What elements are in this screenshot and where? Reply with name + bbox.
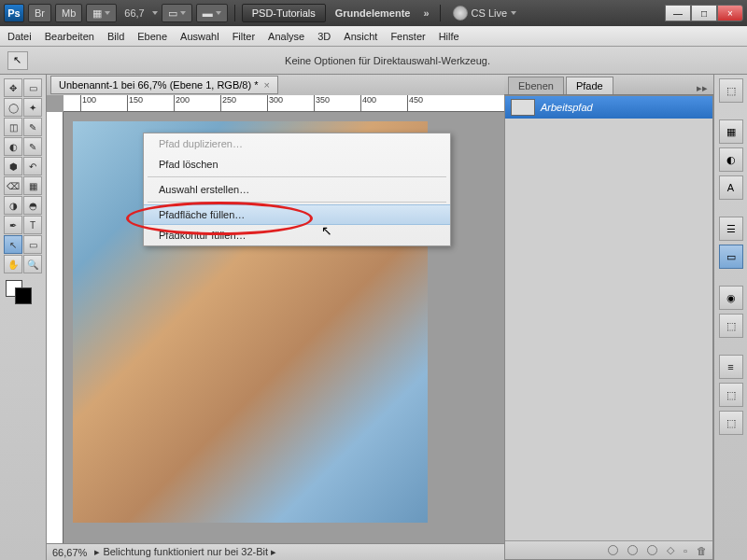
maximize-button[interactable]: □ [691, 5, 717, 21]
workspace-more[interactable]: » [419, 7, 432, 19]
menu-bild[interactable]: Bild [107, 31, 124, 42]
workspace-button[interactable]: PSD-Tutorials [242, 4, 326, 22]
path-item[interactable]: Arbeitspfad [505, 96, 712, 119]
crop-tool[interactable]: ◫ [4, 118, 22, 136]
tab-ebenen[interactable]: Ebenen [508, 77, 564, 94]
menu-ebene[interactable]: Ebene [137, 31, 167, 42]
menu-auswahl[interactable]: Auswahl [180, 31, 219, 42]
workspace-name[interactable]: Grundelemente [330, 7, 416, 19]
document-title: Unbenannt-1 bei 66,7% (Ebene 1, RGB/8) * [59, 79, 258, 91]
panel-icon-11[interactable]: ⬚ [719, 411, 743, 435]
menu-3d[interactable]: 3D [317, 31, 331, 42]
selection-path-icon[interactable] [647, 545, 657, 555]
tool-preset-button[interactable]: ↖ [7, 51, 28, 70]
path-thumbnail [511, 99, 535, 116]
view-dropdown[interactable]: ▦ [86, 4, 117, 22]
status-message: ▸ Belichtung funktioniert nur bei 32-Bit… [94, 546, 276, 558]
menu-bearbeiten[interactable]: Bearbeiten [45, 31, 94, 42]
stroke-path-icon[interactable] [627, 545, 638, 555]
right-toolbar: ⬚ ▦ ◐ A ☰ ▭ ◉ ⬚ ≡ ⬚ ⬚ [713, 75, 747, 560]
brush-tool[interactable]: ✎ [23, 137, 42, 156]
panel-icon-3[interactable]: ◐ [719, 147, 743, 172]
marquee-tool[interactable]: ▭ [23, 78, 42, 97]
panel-icon-1[interactable]: ⬚ [719, 78, 743, 103]
delete-path-icon[interactable]: 🗑 [697, 545, 707, 556]
move-tool[interactable]: ✥ [4, 78, 22, 97]
toolbox: ✥▭ ◯✦ ◫✎ ◐✎ ⬢↶ ⌫▦ ◑◓ ✒T ↖▭ ✋🔍 [0, 75, 47, 560]
gradient-tool[interactable]: ▦ [23, 176, 42, 195]
eraser-tool[interactable]: ⌫ [4, 176, 22, 195]
menu-filter[interactable]: Filter [233, 31, 255, 42]
minibridge-button[interactable]: Mb [55, 4, 82, 22]
panel-icon-6[interactable]: ▭ [719, 245, 743, 269]
document-tab[interactable]: Unbenannt-1 bei 66,7% (Ebene 1, RGB/8) *… [50, 76, 278, 94]
ctx-delete-path[interactable]: Pfad löschen [144, 154, 450, 175]
pen-tool[interactable]: ✒ [4, 216, 22, 234]
workpath-icon[interactable]: ◇ [667, 544, 674, 556]
new-path-icon[interactable]: ▫ [684, 545, 687, 556]
type-tool[interactable]: T [23, 216, 42, 234]
menu-bar: Datei Bearbeiten Bild Ebene Auswahl Filt… [0, 26, 747, 47]
blur-tool[interactable]: ◑ [4, 196, 22, 215]
shape-tool[interactable]: ▭ [23, 235, 42, 254]
dodge-tool[interactable]: ◓ [23, 196, 42, 215]
panel-icon-9[interactable]: ≡ [719, 355, 743, 379]
ctx-stroke-path[interactable]: Pfadkontur füllen… [144, 225, 450, 245]
menu-analyse[interactable]: Analyse [268, 31, 304, 42]
context-menu: Pfad duplizieren… Pfad löschen Auswahl e… [143, 133, 451, 246]
menu-datei[interactable]: Datei [7, 31, 32, 42]
path-name: Arbeitspfad [541, 102, 593, 113]
wand-tool[interactable]: ✦ [23, 98, 42, 117]
fill-path-icon[interactable] [608, 545, 618, 555]
ctx-fill-path[interactable]: Pfadfläche füllen… [144, 204, 450, 225]
close-button[interactable]: × [717, 5, 743, 21]
status-zoom[interactable]: 66,67% [52, 547, 87, 558]
screen-dropdown[interactable]: ▬ [196, 4, 228, 22]
eyedropper-tool[interactable]: ✎ [23, 118, 42, 136]
panel-icon-2[interactable]: ▦ [719, 119, 743, 144]
background-color[interactable] [15, 287, 32, 304]
history-tool[interactable]: ↶ [23, 157, 42, 175]
panel-icon-4[interactable]: A [719, 175, 743, 200]
minimize-button[interactable]: — [665, 5, 691, 21]
lasso-tool[interactable]: ◯ [4, 98, 22, 117]
ctx-duplicate-path: Pfad duplizieren… [144, 133, 450, 154]
heal-tool[interactable]: ◐ [4, 137, 22, 156]
direct-select-tool[interactable]: ↖ [4, 235, 22, 254]
panel-menu-icon[interactable]: ▸▸ [691, 82, 713, 94]
color-swatches[interactable] [4, 280, 42, 308]
menu-ansicht[interactable]: Ansicht [344, 31, 377, 42]
stamp-tool[interactable]: ⬢ [4, 157, 22, 175]
tab-close-icon[interactable]: × [263, 79, 269, 91]
hand-tool[interactable]: ✋ [4, 255, 22, 273]
zoom-tool[interactable]: 🔍 [23, 255, 42, 273]
ctx-make-selection[interactable]: Auswahl erstellen… [144, 179, 450, 200]
panel-icon-8[interactable]: ⬚ [719, 314, 743, 338]
panel-icon-5[interactable]: ☰ [719, 217, 743, 241]
ruler-horizontal: 100 150 200 250 300 350 400 450 [63, 95, 504, 112]
app-logo: Ps [4, 4, 24, 22]
options-message: Keine Optionen für Direktauswahl-Werkzeu… [35, 55, 740, 66]
zoom-value: 66,7 [120, 7, 148, 19]
menu-hilfe[interactable]: Hilfe [439, 31, 459, 42]
bridge-button[interactable]: Br [28, 4, 51, 22]
cslive-button[interactable]: CS Live [453, 6, 517, 21]
layout-dropdown[interactable]: ▭ [162, 4, 192, 22]
tab-pfade[interactable]: Pfade [566, 77, 613, 94]
panel-icon-7[interactable]: ◉ [719, 286, 743, 310]
menu-fenster[interactable]: Fenster [390, 31, 425, 42]
panel-icon-10[interactable]: ⬚ [719, 383, 743, 407]
ruler-vertical [47, 112, 63, 543]
cursor-icon: ↖ [321, 223, 332, 238]
